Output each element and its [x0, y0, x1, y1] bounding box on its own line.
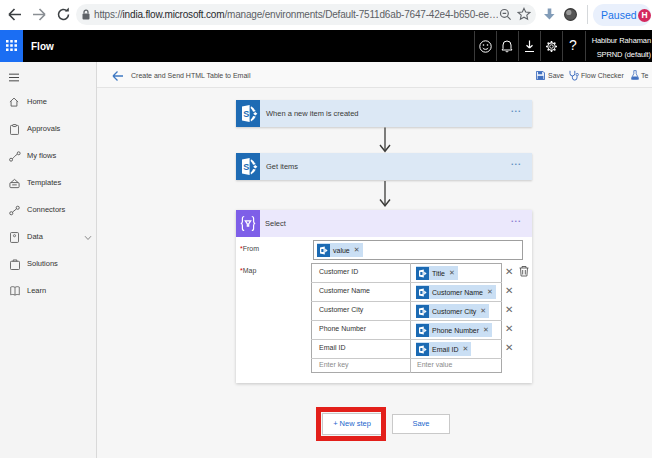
svg-text:S: S [243, 109, 249, 119]
svg-text:S: S [243, 162, 249, 172]
